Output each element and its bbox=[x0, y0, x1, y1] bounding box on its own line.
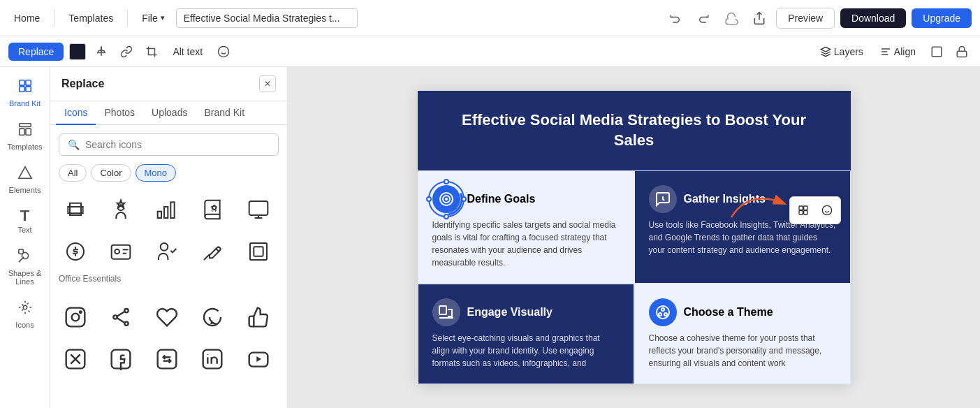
left-sidebar: Brand Kit Templates Elements T Text Shap… bbox=[0, 67, 50, 408]
share-button[interactable] bbox=[748, 7, 770, 29]
panel-tabs: Icons Photos Uploads Brand Kit bbox=[50, 101, 287, 125]
card-2-icon bbox=[649, 185, 677, 213]
tab-icons[interactable]: Icons bbox=[56, 101, 96, 125]
search-icon: 🔍 bbox=[68, 139, 80, 150]
search-input[interactable] bbox=[85, 139, 270, 150]
card-define-goals[interactable]: Define Goals Identifying specific sales … bbox=[418, 170, 634, 284]
svg-rect-62 bbox=[439, 306, 446, 314]
icons-icon bbox=[17, 300, 33, 319]
sidebar-item-icons[interactable]: Icons bbox=[3, 294, 47, 335]
svg-point-44 bbox=[114, 315, 117, 319]
svg-rect-14 bbox=[19, 124, 31, 127]
card-2-title: Gather Insights bbox=[684, 193, 766, 205]
svg-rect-71 bbox=[804, 211, 807, 214]
preview-button[interactable]: Preview bbox=[776, 8, 835, 29]
svg-point-36 bbox=[160, 243, 168, 251]
sidebar-item-text[interactable]: T Text bbox=[3, 203, 47, 240]
icon-bar-chart[interactable] bbox=[147, 190, 187, 229]
crop-icon[interactable] bbox=[142, 42, 161, 61]
icon-thumbs-up[interactable] bbox=[239, 298, 278, 337]
brand-kit-icon bbox=[17, 78, 33, 97]
float-edit-icon[interactable] bbox=[817, 200, 838, 221]
panel-close-button[interactable]: ✕ bbox=[259, 75, 276, 92]
svg-point-60 bbox=[446, 198, 447, 200]
icon-coin-dollar[interactable] bbox=[56, 232, 95, 271]
canvas-area[interactable]: Effective Social Media Strategies to Boo… bbox=[288, 67, 980, 408]
icon-share[interactable] bbox=[101, 298, 140, 337]
svg-rect-15 bbox=[19, 129, 24, 135]
templates-label: Templates bbox=[7, 143, 42, 151]
card-gather-insights[interactable]: Gather Insights Use tools like Facebook … bbox=[634, 170, 851, 284]
filter-color[interactable]: Color bbox=[91, 164, 131, 182]
icon-settings-hand[interactable] bbox=[101, 190, 140, 229]
layers-button[interactable]: Layers bbox=[814, 43, 869, 60]
sidebar-item-brand-kit[interactable]: Brand Kit bbox=[3, 73, 47, 113]
sidebar-item-shapes[interactable]: Shapes & Lines bbox=[3, 242, 47, 291]
download-button[interactable]: Download bbox=[840, 8, 906, 28]
svg-point-43 bbox=[125, 309, 129, 312]
svg-point-33 bbox=[115, 249, 120, 254]
icon-printer[interactable] bbox=[56, 190, 95, 229]
svg-marker-17 bbox=[18, 167, 31, 179]
redo-button[interactable] bbox=[692, 7, 715, 29]
tab-photos[interactable]: Photos bbox=[96, 101, 143, 125]
icon-book-settings[interactable] bbox=[193, 190, 232, 229]
align-button[interactable]: Align bbox=[875, 43, 921, 60]
svg-rect-16 bbox=[25, 129, 30, 135]
card-engage-visually[interactable]: Engage Visually Select eye-catching visu… bbox=[418, 284, 634, 384]
undo-button[interactable] bbox=[664, 7, 687, 29]
filter-mono[interactable]: Mono bbox=[136, 164, 177, 182]
svg-line-46 bbox=[117, 312, 125, 316]
lock-icon[interactable] bbox=[952, 42, 972, 61]
nav-divider-2 bbox=[127, 10, 128, 27]
svg-point-21 bbox=[23, 305, 27, 309]
sidebar-item-elements[interactable]: Elements bbox=[3, 159, 47, 200]
icon-person-check[interactable] bbox=[147, 232, 187, 271]
color-swatch[interactable] bbox=[69, 43, 86, 60]
replace-button[interactable]: Replace bbox=[8, 43, 64, 61]
card-1-title: Define Goals bbox=[467, 193, 536, 205]
document-title-input[interactable] bbox=[176, 8, 358, 28]
top-navigation: Home Templates File ▾ Preview Download U… bbox=[0, 0, 980, 36]
icon-refresh[interactable] bbox=[147, 340, 187, 379]
filter-all[interactable]: All bbox=[59, 164, 87, 182]
alt-text-button[interactable]: Alt text bbox=[167, 43, 208, 60]
svg-rect-9 bbox=[957, 51, 967, 57]
tab-brand-kit[interactable]: Brand Kit bbox=[196, 101, 253, 125]
icon-linkedin[interactable] bbox=[193, 340, 232, 379]
icon-youtube[interactable] bbox=[239, 340, 278, 379]
office-essentials-section: Office Essentials bbox=[56, 190, 281, 289]
fill-color-icon[interactable] bbox=[92, 42, 111, 61]
float-replace-icon[interactable] bbox=[793, 200, 814, 221]
icon-photo-frame[interactable] bbox=[239, 232, 278, 271]
svg-rect-25 bbox=[164, 207, 168, 218]
nav-templates[interactable]: Templates bbox=[63, 8, 119, 28]
icon-whatsapp[interactable] bbox=[193, 298, 232, 337]
sidebar-item-templates[interactable]: Templates bbox=[3, 116, 47, 156]
icon-heart[interactable] bbox=[147, 298, 187, 337]
floating-toolbar bbox=[789, 196, 841, 224]
icon-monitor-window[interactable] bbox=[239, 190, 278, 229]
svg-rect-26 bbox=[170, 202, 174, 218]
link-icon[interactable] bbox=[117, 42, 136, 61]
icon-instagram[interactable] bbox=[56, 298, 95, 337]
social-media-section bbox=[56, 298, 281, 379]
cloud-sync-icon bbox=[720, 7, 743, 29]
nav-file-menu[interactable]: File ▾ bbox=[136, 8, 170, 28]
main-layout: Brand Kit Templates Elements T Text Shap… bbox=[0, 67, 980, 408]
card-choose-theme[interactable]: Choose a Theme Choose a cohesive theme f… bbox=[634, 284, 851, 384]
svg-point-42 bbox=[80, 311, 82, 313]
icon-id-card[interactable] bbox=[101, 232, 140, 271]
crop-frame-icon[interactable] bbox=[927, 42, 946, 61]
card-3-title-row: Engage Visually bbox=[432, 298, 620, 326]
accessibility-icon[interactable] bbox=[214, 42, 233, 61]
icon-facebook[interactable] bbox=[101, 340, 140, 379]
upgrade-button[interactable]: Upgrade bbox=[912, 8, 972, 28]
nav-home[interactable]: Home bbox=[8, 8, 45, 28]
chevron-down-icon: ▾ bbox=[161, 13, 165, 22]
nav-file-label: File bbox=[142, 13, 158, 24]
icon-pen-tool[interactable] bbox=[193, 232, 232, 271]
icon-twitter-x[interactable] bbox=[56, 340, 95, 379]
tab-uploads[interactable]: Uploads bbox=[143, 101, 196, 125]
card-1-body: Identifying specific sales targets and s… bbox=[432, 219, 620, 269]
